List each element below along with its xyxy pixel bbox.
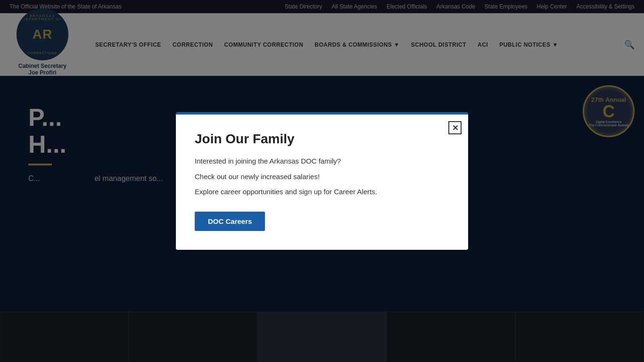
modal-line3: Explore career opportunities and sign up… [195, 187, 449, 197]
modal-line2: Check out our newly increased salaries! [195, 172, 449, 182]
modal: ✕ Join Our Family Interested in joining … [176, 112, 468, 250]
modal-overlay[interactable]: ✕ Join Our Family Interested in joining … [0, 0, 644, 362]
doc-careers-button[interactable]: DOC Careers [195, 212, 265, 231]
modal-title: Join Our Family [195, 132, 449, 147]
modal-line1: Interested in joining the Arkansas DOC f… [195, 156, 449, 167]
modal-close-button[interactable]: ✕ [448, 121, 462, 134]
